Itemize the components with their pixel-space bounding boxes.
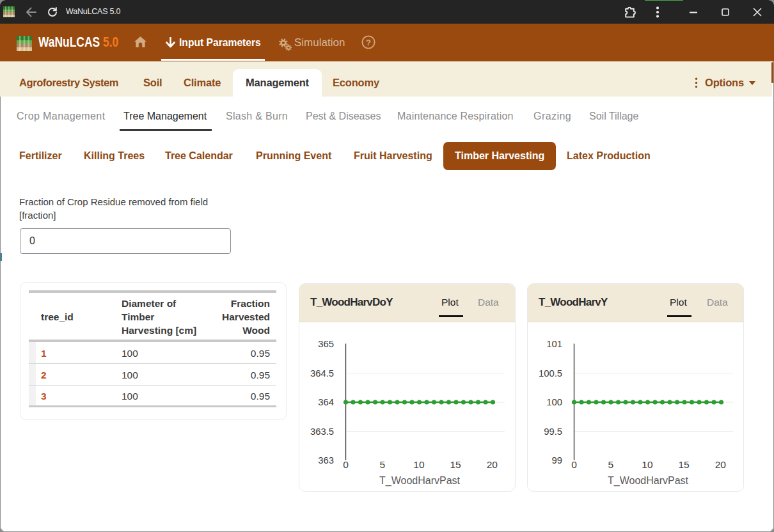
svg-text:0: 0	[571, 459, 577, 470]
svg-text:363: 363	[318, 455, 334, 465]
svg-text:20: 20	[487, 459, 498, 470]
svg-text:100.5: 100.5	[539, 368, 562, 379]
svg-text:10: 10	[413, 459, 425, 470]
svg-text:99: 99	[552, 455, 562, 465]
svg-text:T_WoodHarvPast: T_WoodHarvPast	[608, 475, 689, 487]
svg-text:101: 101	[546, 339, 562, 349]
svg-text:5: 5	[379, 459, 385, 470]
svg-text:0: 0	[343, 459, 349, 470]
svg-text:10: 10	[642, 459, 653, 470]
svg-text:364: 364	[318, 397, 334, 407]
svg-text:99.5: 99.5	[544, 426, 562, 437]
svg-text:20: 20	[715, 459, 727, 470]
svg-text:100: 100	[546, 397, 562, 407]
svg-text:?: ?	[366, 38, 371, 47]
svg-text:15: 15	[678, 459, 689, 470]
svg-text:363.5: 363.5	[310, 426, 334, 437]
svg-text:5: 5	[608, 459, 613, 470]
svg-text:365: 365	[318, 339, 334, 349]
svg-text:364.5: 364.5	[310, 368, 334, 379]
svg-text:T_WoodHarvPast: T_WoodHarvPast	[379, 475, 461, 487]
svg-text:15: 15	[450, 459, 461, 470]
